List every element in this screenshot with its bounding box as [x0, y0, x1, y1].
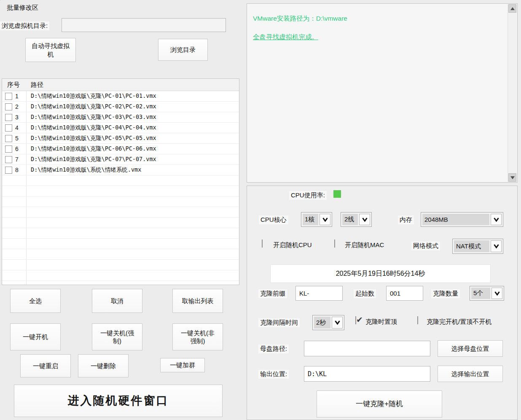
cpu-core-label: CPU核心 — [259, 215, 288, 224]
vm-table: 序号 路径 1 D:\情绪win10游戏版\克隆\PC-01\PC-01.vmx… — [2, 78, 239, 285]
scroll-down-button[interactable] — [508, 173, 516, 182]
memory-label: 内存 — [398, 215, 414, 224]
network-mode-dropdown-button[interactable] — [491, 240, 502, 252]
start-number-label: 起始数 — [354, 289, 376, 298]
row-num-cell: 1 — [2, 91, 27, 101]
clone-interval-dropdown-button[interactable] — [332, 317, 343, 328]
row-number: 8 — [15, 167, 19, 173]
table-row[interactable]: 7 D:\情绪win10游戏版\克隆\PC-07\PC-07.vmx — [2, 154, 239, 165]
table-row[interactable]: 2 D:\情绪win10游戏版\克隆\PC-02\PC-02.vmx — [2, 102, 239, 112]
cancel-button[interactable]: 取消 — [92, 289, 142, 313]
log-output-area[interactable]: VMware安装路径为：D:\vmware 全盘寻找虚拟机完成。 — [247, 3, 518, 183]
table-row-empty — [2, 228, 239, 239]
log-scrollbar[interactable] — [508, 4, 517, 182]
random-hardware-window-button[interactable]: 进入随机硬件窗口 — [14, 385, 223, 417]
vm-table-rows: 1 D:\情绪win10游戏版\克隆\PC-01\PC-01.vmx 2 D:\… — [2, 91, 239, 285]
delete-button[interactable]: 一键删除 — [78, 354, 129, 377]
memory-value: 2048MB — [422, 214, 489, 225]
table-row[interactable]: 6 D:\情绪win10游戏版\克隆\PC-06\PC-06.vmx — [2, 144, 239, 154]
app-window: { "left": { "group_title": "批量修改区", "bro… — [0, 0, 521, 420]
row-checkbox[interactable] — [5, 124, 12, 132]
table-row[interactable]: 8 D:\情绪win10游戏版\系统\情绪系统.vmx — [2, 165, 239, 175]
clone-prefix-input[interactable] — [295, 286, 343, 301]
random-mac-label: 开启随机MAC — [345, 241, 384, 249]
cpu-usage-label: CPU使用率: — [289, 191, 327, 200]
row-number: 1 — [15, 93, 19, 100]
network-mode-select[interactable]: NAT模式 — [452, 239, 503, 254]
scroll-up-button[interactable] — [508, 4, 516, 13]
row-num-cell: 2 — [2, 102, 27, 112]
dropdown-arrow-icon — [494, 218, 499, 222]
row-checkbox[interactable] — [5, 145, 12, 153]
browse-dir-label: 浏览虚拟机目录: — [0, 22, 49, 30]
table-row[interactable]: 5 D:\情绪win10游戏版\克隆\PC-05\PC-05.vmx — [2, 133, 239, 144]
cpu-thread-value: 2线 — [342, 214, 358, 225]
power-after-clone-checkbox[interactable] — [417, 316, 418, 324]
row-number: 5 — [15, 135, 19, 142]
power-on-button[interactable]: 一键开机 — [10, 323, 61, 350]
choose-output-button[interactable]: 选择输出位置 — [438, 366, 503, 382]
reboot-button[interactable]: 一键重启 — [20, 354, 71, 377]
choose-mother-disk-button[interactable]: 选择母盘位置 — [438, 340, 503, 357]
table-row-empty — [2, 239, 239, 249]
clone-prefix-label: 克隆前缀 — [258, 289, 287, 298]
scroll-down-icon — [510, 176, 515, 179]
join-group-button[interactable]: 一键加群 — [160, 358, 205, 372]
table-row-empty — [2, 270, 239, 281]
dropdown-arrow-icon — [494, 244, 499, 248]
row-num-cell: 7 — [2, 154, 27, 164]
row-number: 4 — [15, 124, 19, 131]
mother-disk-input[interactable] — [304, 341, 430, 356]
log-line: VMware安装路径为：D:\vmware — [253, 14, 347, 23]
cpu-core-select[interactable]: 1核 — [301, 212, 332, 227]
row-path: D:\情绪win10游戏版\克隆\PC-01\PC-01.vmx — [27, 92, 156, 100]
cpu-thread-dropdown-button[interactable] — [359, 214, 370, 225]
clone-interval-value: 2秒 — [314, 317, 330, 328]
clone-count-value: 5个 — [471, 288, 490, 299]
cpu-thread-select[interactable]: 2线 — [341, 212, 372, 227]
table-row-empty — [2, 281, 239, 285]
row-checkbox[interactable] — [5, 103, 12, 110]
topmost-checkbox[interactable] — [355, 316, 356, 324]
table-row[interactable]: 3 D:\情绪win10游戏版\克隆\PC-03\PC-03.vmx — [2, 112, 239, 123]
start-number-input[interactable] — [386, 286, 423, 301]
clone-count-dropdown-button[interactable] — [491, 288, 502, 299]
row-number: 7 — [15, 156, 19, 163]
shutdown-soft-button[interactable]: 一键关机(非强制) — [172, 323, 223, 350]
memory-select[interactable]: 2048MB — [421, 212, 503, 227]
table-row-empty — [2, 197, 239, 207]
row-checkbox[interactable] — [5, 135, 12, 142]
row-checkbox[interactable] — [5, 114, 12, 121]
clone-interval-select[interactable]: 2秒 — [312, 315, 344, 330]
dropdown-arrow-icon — [335, 320, 340, 325]
clone-random-button[interactable]: 一键克隆+随机 — [317, 390, 442, 417]
table-row[interactable]: 4 D:\情绪win10游戏版\克隆\PC-04\PC-04.vmx — [2, 123, 239, 133]
row-checkbox[interactable] — [5, 93, 12, 100]
groupbox-title: 批量修改区 — [4, 4, 41, 12]
shutdown-force-button[interactable]: 一键关机(强制) — [92, 323, 142, 350]
cpu-core-dropdown-button[interactable] — [320, 214, 330, 225]
row-checkbox[interactable] — [5, 167, 12, 174]
clone-interval-label: 克隆间隔时间 — [258, 318, 300, 327]
table-row[interactable]: 1 D:\情绪win10游戏版\克隆\PC-01\PC-01.vmx — [2, 91, 239, 102]
browse-dir-button[interactable]: 浏览目录 — [158, 39, 208, 61]
clone-count-select[interactable]: 5个 — [470, 286, 504, 301]
random-cpu-checkbox[interactable] — [262, 240, 263, 248]
table-row-empty — [2, 249, 239, 260]
output-location-label: 输出位置: — [258, 370, 289, 379]
memory-dropdown-button[interactable] — [491, 214, 502, 225]
browse-dir-input[interactable] — [62, 18, 226, 32]
get-output-list-button[interactable]: 取输出列表 — [172, 289, 223, 313]
clone-settings-panel: CPU使用率: CPU核心 1核 2线 内存 2048MB 开启随机CPU 开启… — [247, 186, 518, 420]
dropdown-arrow-icon — [362, 218, 368, 222]
select-all-button[interactable]: 全选 — [10, 289, 61, 313]
table-row-empty — [2, 175, 239, 186]
column-header-path: 路径 — [27, 81, 43, 89]
row-checkbox[interactable] — [5, 156, 12, 163]
auto-find-vm-button[interactable]: 自动寻找虚拟机 — [25, 38, 76, 62]
dropdown-arrow-icon — [322, 218, 328, 222]
random-mac-checkbox[interactable] — [334, 240, 335, 248]
output-location-input[interactable] — [304, 366, 430, 382]
topmost-label: 克隆时置顶 — [365, 318, 397, 326]
row-number: 2 — [15, 103, 19, 110]
